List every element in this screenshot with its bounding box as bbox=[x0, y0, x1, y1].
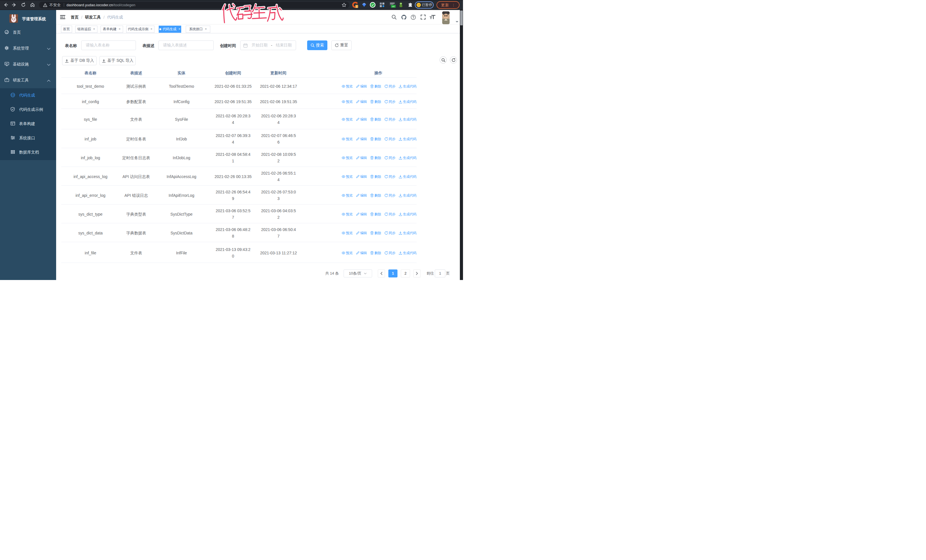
svg-text:on: on bbox=[392, 5, 395, 8]
svg-text:1: 1 bbox=[356, 5, 357, 8]
